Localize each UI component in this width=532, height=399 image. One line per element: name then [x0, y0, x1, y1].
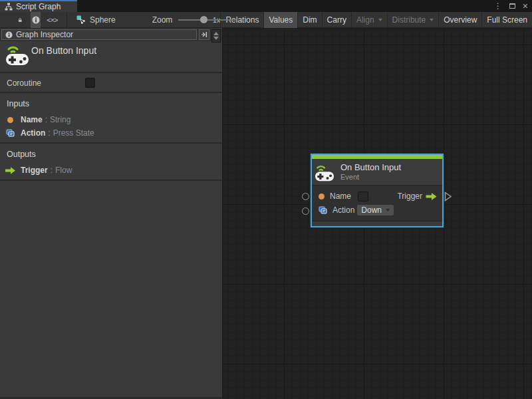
node-row-action: Action Down [312, 203, 442, 217]
port-separator: : [48, 128, 50, 138]
button-label: Align [356, 15, 374, 25]
info-icon [32, 16, 40, 24]
toolbar-divider [66, 12, 67, 28]
code-view-icon[interactable]: <×> [47, 16, 57, 24]
button-label: Distribute [392, 15, 426, 25]
action-dropdown-value: Down [361, 205, 382, 215]
string-port-icon[interactable] [319, 194, 325, 200]
action-port-label: Action [332, 205, 354, 215]
coroutine-label: Coroutine [7, 78, 41, 88]
zoom-slider[interactable] [178, 12, 207, 28]
node-title: On Button Input [340, 163, 401, 173]
inspector-unit-header: On Button Input [0, 41, 222, 73]
port-type: String [50, 115, 70, 124]
trigger-port-label: Trigger [397, 192, 422, 201]
toolbar-button-fullscreen[interactable]: Full Screen [481, 12, 532, 28]
gamepad-icon [5, 43, 29, 66]
maximize-icon[interactable] [509, 3, 515, 9]
window-controls: ⋮ × [494, 0, 528, 12]
name-port-label: Name [330, 192, 351, 201]
port-name: Name [21, 115, 43, 124]
chevron-down-icon [430, 19, 434, 21]
string-port-icon [7, 117, 13, 123]
button-label: Full Screen [487, 15, 527, 25]
input-port-row-name: Name : String [0, 113, 222, 126]
tab-script-graph[interactable]: Script Graph [0, 0, 77, 12]
toolbar-button-dim[interactable]: Dim [297, 12, 321, 28]
port-separator: : [45, 115, 47, 124]
inputs-section: Inputs Name : String Action : Press Stat… [0, 93, 222, 144]
stepper-down-icon[interactable] [213, 37, 219, 40]
zoom-label: Zoom [152, 15, 173, 25]
hierarchy-icon [5, 3, 13, 11]
toolbar-button-align: Align [351, 12, 387, 28]
node-row-name-trigger: Name Trigger [312, 190, 442, 203]
enum-port-icon [6, 129, 15, 137]
inspector-titlebox: Graph Inspector [1, 29, 197, 40]
zoom-slider-handle[interactable] [200, 16, 207, 23]
coroutine-checkbox[interactable] [85, 78, 95, 88]
toolbar-buttons: Relations Values Dim Carry Align Distrib… [220, 12, 532, 28]
tab-label: Script Graph [16, 2, 61, 11]
port-name: Action [21, 128, 45, 138]
toolbar-button-overview[interactable]: Overview [438, 12, 481, 28]
breadcrumb-label: Sphere [90, 15, 116, 25]
flow-port-icon [5, 167, 15, 174]
script-graph-icon [76, 15, 86, 24]
enum-port-icon[interactable] [319, 206, 327, 214]
chevron-down-icon [378, 19, 382, 21]
port-type: Press State [53, 128, 94, 138]
button-label: Carry [327, 15, 346, 25]
node-header[interactable]: On Button Input Event [312, 159, 442, 185]
gamepad-icon [315, 163, 334, 182]
port-name: Trigger [21, 166, 48, 175]
inputs-header: Inputs [7, 99, 222, 108]
stepper-up-icon[interactable] [213, 32, 219, 35]
action-dropdown[interactable]: Down [357, 205, 394, 215]
graph-breadcrumb-sphere[interactable]: Sphere [76, 15, 116, 25]
external-input-port[interactable] [302, 207, 309, 215]
node-footer [312, 221, 442, 226]
external-input-port[interactable] [302, 193, 309, 200]
info-icon [5, 31, 13, 39]
coroutine-row: Coroutine [0, 73, 222, 93]
graph-inspector-panel: Graph Inspector On But [0, 28, 223, 399]
toolbar-button-carry[interactable]: Carry [322, 12, 351, 28]
on-button-input-node[interactable]: On Button Input Event Name Trigger [311, 154, 444, 227]
button-label: Dim [303, 15, 317, 25]
external-output-port-triangle[interactable] [444, 192, 452, 201]
dock-panel-button[interactable] [199, 29, 209, 40]
button-label: Overview [444, 15, 477, 25]
more-menu-icon[interactable]: ⋮ [494, 2, 502, 10]
node-subtitle: Event [340, 173, 401, 182]
titlebar: Script Graph ⋮ × [0, 0, 532, 12]
port-type: Flow [55, 166, 72, 175]
toolbar: <×> Sphere Zoom 1x Relations Values Dim … [0, 12, 532, 28]
dock-right-icon [201, 31, 207, 38]
toolbar-button-values[interactable]: Values [263, 12, 297, 28]
unity-script-graph-window: Script Graph ⋮ × <×> [0, 0, 532, 399]
name-input-field[interactable] [358, 192, 368, 201]
outputs-header: Outputs [7, 150, 222, 159]
close-icon[interactable]: × [523, 1, 528, 11]
port-separator: : [51, 166, 53, 175]
zoom-slider-track[interactable] [178, 19, 237, 21]
output-port-row-trigger: Trigger : Flow [0, 164, 222, 177]
unit-title: On Button Input [31, 45, 96, 56]
input-port-row-action: Action : Press State [0, 126, 222, 140]
inspector-title: Graph Inspector [16, 30, 73, 39]
panel-stepper[interactable] [211, 29, 221, 43]
node-body: Name Trigger Action Down [312, 185, 442, 221]
inspector-header: Graph Inspector [0, 28, 222, 41]
button-label: Values [269, 15, 293, 25]
inspector-toggle-button[interactable] [31, 12, 41, 28]
toolbar-button-distribute: Distribute [387, 12, 439, 28]
outputs-section: Outputs Trigger : Flow [0, 144, 222, 181]
lock-icon[interactable] [18, 15, 22, 25]
flow-port-icon[interactable] [426, 193, 437, 200]
chevron-down-icon [386, 209, 390, 211]
